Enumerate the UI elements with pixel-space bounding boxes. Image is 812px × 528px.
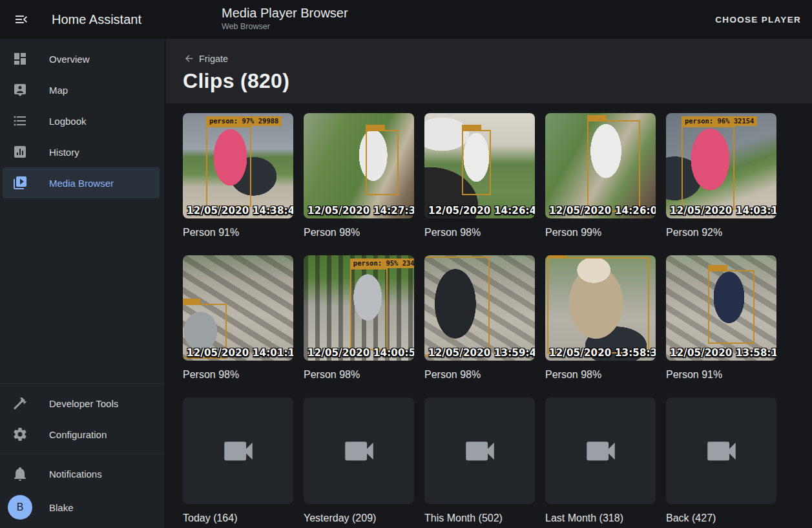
breadcrumb-label[interactable]: Frigate (199, 54, 228, 64)
detection-bbox: person: 97% 29988 (206, 126, 251, 207)
sidebar-item-history[interactable]: History (3, 136, 160, 167)
clip-card[interactable]: 12/05/2020 14:01:14 Person 98% (183, 255, 293, 381)
clip-thumbnail[interactable]: person: 95% 23432 12/05/2020 14:00:52 (304, 255, 414, 361)
clip-thumbnail[interactable]: 12/05/2020 13:58:30 (545, 255, 656, 361)
clip-label: Person 91% (183, 226, 293, 238)
clip-label: Person 98% (183, 368, 293, 381)
clip-timestamp: 12/05/2020 14:38:47 (187, 205, 293, 216)
sidebar-item-developer-tools[interactable]: Developer Tools (3, 388, 160, 419)
clip-thumbnail[interactable]: 12/05/2020 14:01:14 (183, 255, 293, 361)
clip-thumbnail[interactable]: person: 97% 29988 12/05/2020 14:38:47 (183, 113, 293, 218)
bell-icon (12, 466, 28, 481)
clip-thumbnail[interactable]: 12/05/2020 14:26:48 (424, 113, 535, 218)
folder-label: Back (427) (666, 512, 776, 524)
clip-label: Person 91% (666, 368, 776, 381)
hammer-icon (12, 396, 28, 411)
app-title: Home Assistant (52, 12, 141, 27)
arrow-left-icon (183, 53, 194, 64)
sidebar-item-overview[interactable]: Overview (3, 43, 160, 74)
folder-card[interactable]: Back (427) (666, 397, 776, 524)
clip-label: Person 92% (666, 226, 776, 238)
detection-label: person: 95% 23432 (350, 259, 414, 268)
web-browser-subtitle: Web Browser (222, 22, 348, 31)
sidebar-item-configuration[interactable]: Configuration (3, 419, 160, 450)
gear-icon (12, 427, 28, 442)
sidebar-divider (0, 383, 165, 384)
breadcrumb[interactable]: Frigate (183, 53, 812, 64)
detection-bbox (708, 270, 755, 344)
sidebar-item-notifications[interactable]: Notifications (3, 458, 160, 489)
sidebar-item-label: Map (49, 85, 68, 96)
media-player-browser-title: Media Player Browser (222, 5, 348, 21)
folder-thumbnail[interactable] (424, 397, 535, 504)
sidebar-item-label: Media Browser (49, 178, 114, 189)
clip-timestamp: 12/05/2020 14:00:52 (307, 347, 414, 359)
detection-bbox: person: 96% 32154 (682, 126, 734, 210)
clip-timestamp: 12/05/2020 13:58:17 (670, 347, 776, 359)
clips-grid: person: 97% 29988 12/05/2020 14:38:47 Pe… (166, 103, 812, 524)
sidebar: Overview Map Logbook History Media Brows… (0, 39, 165, 528)
clip-label: Person 98% (424, 226, 535, 238)
clip-card[interactable]: person: 96% 32154 12/05/2020 14:03:17 Pe… (666, 113, 776, 238)
clip-label: Person 99% (545, 226, 656, 238)
clip-timestamp: 12/05/2020 14:26:07 (549, 205, 656, 216)
detection-bbox (587, 120, 640, 212)
detection-bbox (547, 257, 649, 353)
chart-box-icon (12, 144, 28, 160)
videocam-icon (340, 432, 378, 470)
sidebar-item-label: Logbook (49, 116, 87, 127)
clip-thumbnail[interactable]: 12/05/2020 14:27:35 (304, 113, 414, 218)
map-account-icon (12, 82, 28, 98)
detection-label: person: 97% 29988 (206, 116, 282, 126)
clip-card[interactable]: 12/05/2020 14:27:35 Person 98% (304, 113, 414, 238)
folder-thumbnail[interactable] (545, 397, 656, 504)
clip-timestamp: 12/05/2020 13:59:49 (428, 347, 535, 359)
clip-thumbnail[interactable]: 12/05/2020 14:26:07 (545, 113, 656, 218)
clip-card[interactable]: 12/05/2020 13:58:30 Person 98% (545, 255, 656, 381)
sidebar-item-label: Overview (49, 54, 90, 65)
clip-timestamp: 12/05/2020 13:58:30 (549, 347, 656, 359)
clip-label: Person 98% (424, 368, 535, 381)
folder-card[interactable]: This Month (502) (424, 397, 535, 524)
folder-card[interactable]: Today (164) (183, 397, 293, 524)
menu-open-icon[interactable] (14, 12, 29, 27)
clip-card[interactable]: 12/05/2020 14:26:07 Person 99% (545, 113, 656, 238)
clip-card[interactable]: person: 95% 23432 12/05/2020 14:00:52 Pe… (304, 255, 414, 381)
clip-thumbnail[interactable]: 12/05/2020 13:59:49 (424, 255, 535, 361)
videocam-icon (582, 432, 619, 470)
sidebar-item-logbook[interactable]: Logbook (3, 105, 160, 136)
folder-thumbnail[interactable] (183, 397, 293, 504)
folder-label: Yesterday (209) (304, 512, 414, 524)
videocam-icon (703, 432, 740, 470)
clip-card[interactable]: person: 97% 29988 12/05/2020 14:38:47 Pe… (183, 113, 293, 238)
list-icon (12, 113, 28, 129)
clip-card[interactable]: 12/05/2020 14:26:48 Person 98% (424, 113, 535, 238)
folder-label: This Month (502) (424, 512, 535, 524)
clip-card[interactable]: 12/05/2020 13:59:49 Person 98% (424, 255, 535, 381)
detection-bbox: person: 95% 23432 (350, 268, 388, 350)
choose-player-button[interactable]: CHOOSE PLAYER (715, 0, 801, 39)
folder-label: Today (164) (183, 512, 293, 524)
main-header: Frigate Clips (820) (166, 39, 812, 103)
folder-thumbnail[interactable] (304, 397, 414, 504)
clip-timestamp: 12/05/2020 14:26:48 (428, 205, 535, 216)
videocam-icon (461, 432, 499, 470)
detection-label: person: 96% 32154 (682, 116, 757, 126)
folder-card[interactable]: Last Month (318) (545, 397, 656, 524)
media-browser-content[interactable]: person: 97% 29988 12/05/2020 14:38:47 Pe… (166, 103, 812, 528)
clip-thumbnail[interactable]: 12/05/2020 13:58:17 (666, 255, 776, 361)
sidebar-item-media-browser[interactable]: Media Browser (3, 167, 160, 198)
clip-label: Person 98% (304, 368, 414, 381)
user-avatar[interactable]: B (8, 495, 32, 520)
clip-timestamp: 12/05/2020 14:27:35 (307, 205, 414, 216)
folder-thumbnail[interactable] (666, 397, 776, 504)
sidebar-item-label: History (49, 147, 79, 158)
clip-thumbnail[interactable]: person: 96% 32154 12/05/2020 14:03:17 (666, 113, 776, 218)
clip-card[interactable]: 12/05/2020 13:58:17 Person 91% (666, 255, 776, 381)
folder-card[interactable]: Yesterday (209) (304, 397, 414, 524)
sidebar-item-map[interactable]: Map (3, 74, 160, 105)
sidebar-user[interactable]: B Blake (3, 489, 160, 525)
folder-label: Last Month (318) (545, 512, 656, 524)
videocam-icon (220, 432, 257, 470)
page-heading: Media Player Browser Web Browser (222, 5, 348, 31)
